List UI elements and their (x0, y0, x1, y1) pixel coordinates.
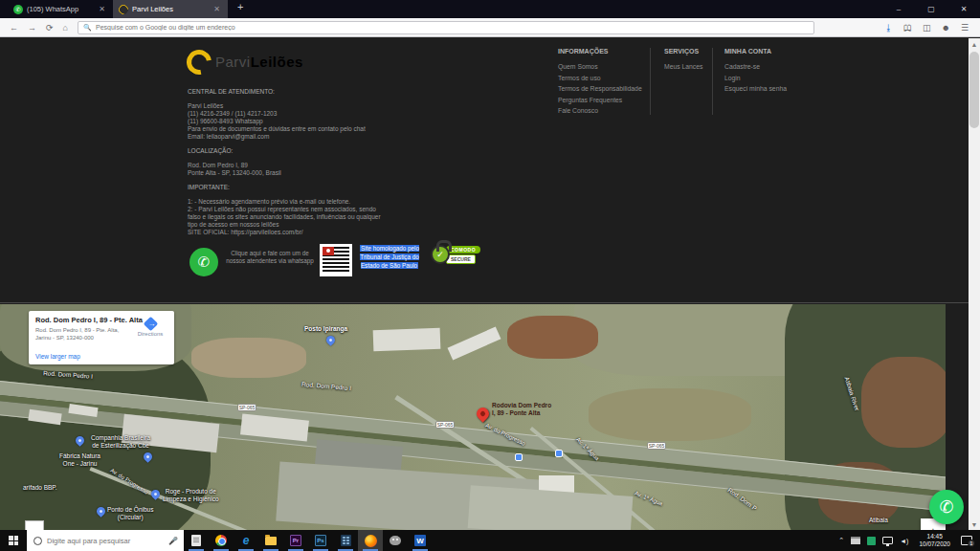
window-minimize-button[interactable]: – (882, 0, 915, 18)
dirt-patch (191, 338, 306, 378)
forward-icon[interactable]: → (28, 23, 36, 33)
menu-item-meus-lances[interactable]: Meus Lances (664, 63, 702, 70)
scrollbar-thumb[interactable] (969, 52, 979, 128)
menu-item-cadastre-se[interactable]: Cadastre-se (724, 63, 787, 70)
directions-icon (143, 317, 158, 332)
sidebar-icon[interactable]: ◫ (923, 23, 931, 33)
menu-item-esqueci-senha[interactable]: Esqueci minha senha (724, 85, 787, 92)
tab-whatsapp[interactable]: ✆ (105) WhatsApp ✕ (8, 0, 113, 18)
map-label-atibaia: Atibaia (869, 517, 888, 524)
building (448, 326, 501, 360)
window-maximize-button[interactable]: ▢ (915, 0, 947, 18)
microphone-icon[interactable]: 🎤 (168, 537, 184, 545)
volume-icon[interactable]: ◄) (900, 538, 908, 544)
notification-center-icon[interactable]: 1 (961, 536, 972, 545)
desktop-screen: ✆ (105) WhatsApp ✕ Parvi Leilões ✕ + – ▢… (0, 0, 980, 551)
dirt-patch (861, 357, 946, 448)
network-icon[interactable] (882, 537, 893, 544)
new-tab-button[interactable]: + (228, 0, 253, 18)
transit-station-icon[interactable] (515, 453, 523, 461)
url-bar[interactable]: 🔍 (78, 21, 814, 34)
taskbar-app-explorer[interactable] (258, 530, 283, 551)
windows-taskbar: 🎤 e Pr Ps W ⌃ ◄) 14:45 10/07/2020 1 (0, 530, 980, 551)
contact-line: (11) 96600-8493 Whatsapp (188, 118, 475, 125)
scroll-down-arrow[interactable]: ▼ (969, 518, 980, 530)
whatsapp-chat-icon[interactable]: ✆ (189, 248, 218, 276)
edge-icon: e (243, 534, 250, 547)
tray-app-icon[interactable] (851, 537, 860, 544)
menu-item-fale-conosco[interactable]: Fale Conosco (558, 107, 642, 114)
account-icon[interactable]: ☻ (941, 23, 949, 33)
map-label-bbp: arifado BBP. (23, 484, 57, 492)
important-line: falso e ilegais os sites anunciando faci… (188, 213, 475, 221)
taskbar-app-edge[interactable]: e (234, 530, 258, 551)
home-icon[interactable]: ⌂ (63, 23, 68, 33)
field-area (589, 388, 751, 441)
menu-servicos: SERVIÇOS Meus Lances (664, 48, 702, 75)
scroll-up-arrow[interactable]: ▲ (969, 38, 980, 50)
reload-icon[interactable]: ⟳ (46, 23, 54, 33)
view-larger-map-link[interactable]: View larger map (35, 353, 80, 360)
cortana-icon (33, 537, 42, 545)
file-explorer-icon (265, 537, 277, 545)
downloads-icon[interactable]: ⭳ (884, 23, 893, 33)
whatsapp-floating-button[interactable]: ✆ (929, 490, 964, 524)
parvi-logo-icon (182, 45, 216, 79)
menu-divider (650, 48, 651, 115)
tray-chevron-icon[interactable]: ⌃ (838, 537, 844, 544)
clock-time: 14:45 (919, 533, 950, 540)
document-app-icon (191, 535, 201, 546)
transit-station-icon[interactable] (555, 450, 563, 457)
start-button[interactable] (0, 530, 27, 551)
logo-text-parvi: Parvi (215, 54, 251, 70)
taskbar-app-gimp[interactable] (383, 530, 408, 551)
tray-green-app-icon[interactable] (867, 537, 876, 545)
tab-close-icon[interactable]: ✕ (212, 5, 222, 13)
taskbar-app-premiere[interactable]: Pr (283, 530, 308, 551)
map-pin[interactable] (324, 334, 337, 346)
taskbar-app-document[interactable] (184, 530, 209, 551)
tab-parvi[interactable]: Parvi Leilões ✕ (113, 0, 228, 18)
map-scale-box (25, 520, 44, 530)
menu-divider (712, 48, 713, 115)
calculator-icon (341, 535, 351, 546)
menu-item-termos-responsabilidade[interactable]: Termos de Responsabilidade (558, 85, 642, 92)
taskbar-app-firefox[interactable] (358, 530, 383, 551)
map-label-posto-ipiranga: Posto Ipiranga (304, 325, 347, 333)
contact-line: Email: leilaoparvi@gmail.com (188, 133, 475, 141)
tab-close-icon[interactable]: ✕ (97, 5, 107, 13)
location-marker-red[interactable] (474, 405, 491, 422)
page-scrollbar[interactable]: ▲ ▼ (969, 38, 980, 530)
taskbar-search-box[interactable]: 🎤 (27, 530, 184, 551)
taskbar-app-photoshop[interactable]: Ps (308, 530, 333, 551)
tab-whatsapp-label: (105) WhatsApp (27, 5, 93, 13)
windows-logo-icon (9, 536, 18, 545)
back-icon[interactable]: ← (10, 23, 18, 33)
menu-heading: MINHA CONTA (724, 48, 787, 55)
menu-item-perguntas-frequentes[interactable]: Perguntas Frequentes (558, 97, 642, 103)
location-heading: LOCALIZAÇÃO: (188, 147, 475, 155)
window-close-button[interactable]: ✕ (947, 0, 980, 18)
menu-item-quem-somos[interactable]: Quem Somos (558, 63, 642, 70)
taskbar-search-input[interactable] (47, 537, 168, 545)
menu-item-login[interactable]: Login (724, 75, 787, 81)
menu-icon[interactable]: ☰ (961, 23, 969, 33)
taskbar-app-calculator[interactable] (333, 530, 358, 551)
address-search-input[interactable] (78, 22, 813, 33)
taskbar-app-word[interactable]: W (408, 530, 433, 551)
map-label-natura: Fábrica NaturaOne - Jarinu (59, 452, 100, 467)
taskbar-clock[interactable]: 14:45 10/07/2020 (915, 533, 954, 548)
word-icon: W (414, 535, 426, 546)
taskbar-app-chrome[interactable] (209, 530, 234, 551)
directions-link[interactable]: Directions (134, 319, 167, 337)
notification-badge: 1 (968, 540, 975, 547)
whatsapp-chat-text[interactable]: Clique aqui e fale com um de nossos aten… (226, 250, 314, 265)
important-line: SITE OFICIAL: https://parvileiloes.com/b… (188, 229, 475, 236)
road-label-rod-dom-pedro: Rod. Dom Pedro I (301, 381, 351, 392)
webpage-content: ParviLeilões CENTRAL DE ATENDIMENTO: Par… (0, 38, 969, 530)
menu-item-termos-de-uso[interactable]: Termos de uso (558, 75, 642, 81)
google-map-embed[interactable]: Rod. Dom Pedro I, 89 - Pte. Alta Rod. Do… (0, 304, 946, 530)
secure-label: SECURE (446, 254, 476, 264)
library-icon[interactable]: 🕮 (903, 23, 912, 33)
contact-line: (11) 4216-2349 / (11) 4217-1203 (188, 110, 475, 118)
